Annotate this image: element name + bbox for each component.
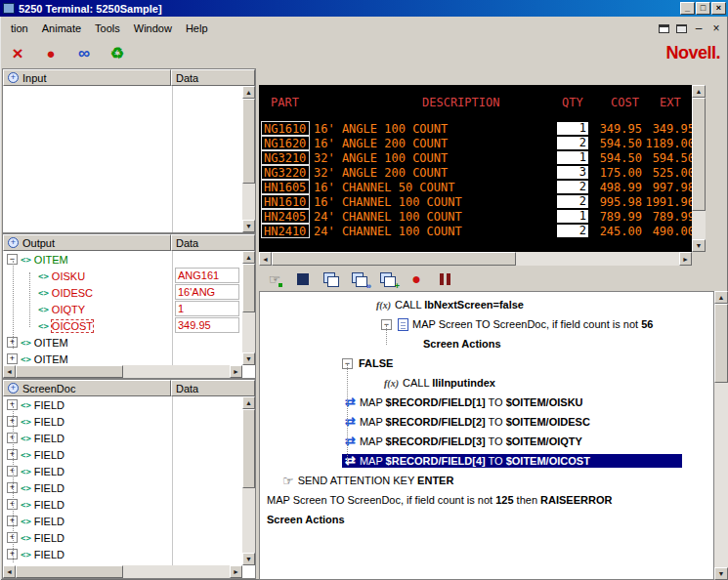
- screendoc-tree-row[interactable]: + <> FIELD: [3, 446, 255, 463]
- record-hand-icon[interactable]: ☞: [265, 270, 284, 288]
- output-tree-row[interactable]: +<> OITEM: [3, 351, 255, 365]
- terminal-part-field[interactable]: HN2405: [261, 209, 310, 224]
- minimize-button[interactable]: _: [680, 2, 695, 15]
- input-tree-area[interactable]: ▲ ▼: [3, 86, 255, 232]
- terminal-qty-field[interactable]: 1: [557, 151, 588, 164]
- record-icon[interactable]: ●: [41, 44, 61, 63]
- input-vertical-scrollbar[interactable]: ▲ ▼: [242, 86, 255, 232]
- scroll-up-button[interactable]: ▲: [242, 396, 255, 409]
- terminal-screen[interactable]: PART DESCRIPTION QTY COST EXT NG1610 16'…: [259, 85, 692, 252]
- scrollbar-thumb[interactable]: [16, 565, 123, 578]
- scroll-up-button[interactable]: ▲: [242, 251, 255, 264]
- scroll-right-button[interactable]: ►: [679, 252, 692, 266]
- action-row[interactable]: ⇄MAP $RECORD/FIELD[1] TO $OITEM/OISKU: [260, 393, 713, 412]
- record-icon[interactable]: ●: [407, 270, 426, 288]
- output-header-cell[interactable]: + Output: [3, 234, 171, 251]
- scroll-left-button[interactable]: ◄: [3, 565, 16, 578]
- screendoc-tree-row[interactable]: + <> FIELD: [3, 479, 255, 496]
- input-header-cell[interactable]: + Input: [3, 69, 171, 86]
- terminal-qty-field[interactable]: 1: [557, 210, 588, 223]
- screendoc-tree-row[interactable]: + <> FIELD: [3, 463, 255, 479]
- scrollbar-track[interactable]: [242, 409, 255, 553]
- step-over-icon[interactable]: »: [350, 270, 369, 288]
- screendoc-horizontal-scrollbar[interactable]: ◄ ►: [3, 565, 242, 578]
- action-row[interactable]: f(x)CALL lbNextScreen=false: [260, 295, 713, 314]
- scrollbar-thumb[interactable]: [16, 365, 123, 378]
- scroll-left-button[interactable]: ◄: [259, 252, 272, 266]
- output-tree-row[interactable]: +<> OITEM: [3, 334, 255, 351]
- scrollbar-track[interactable]: [714, 304, 728, 567]
- screendoc-tree-row[interactable]: + <> FIELD: [3, 529, 255, 546]
- output-data-header-cell[interactable]: Data: [171, 234, 255, 251]
- terminal-part-field[interactable]: NG3220: [261, 165, 310, 180]
- output-vertical-scrollbar[interactable]: ▲ ▼: [242, 251, 255, 365]
- terminal-part-field[interactable]: NG1620: [261, 136, 310, 150]
- scrollbar-track[interactable]: [272, 252, 679, 266]
- scroll-down-button[interactable]: ▼: [242, 220, 255, 232]
- scroll-down-button[interactable]: ▼: [242, 352, 255, 365]
- scroll-down-button[interactable]: ▼: [714, 567, 728, 580]
- terminal-part-field[interactable]: HN1605: [261, 180, 310, 194]
- terminal-part-field[interactable]: NG3210: [261, 150, 310, 165]
- action-row[interactable]: ⇄MAP $RECORD/FIELD[3] TO $OITEM/OIQTY: [260, 432, 713, 451]
- screendoc-tree-row[interactable]: + <> FIELD: [3, 513, 255, 529]
- screendoc-tree-row[interactable]: + <> FIELD: [3, 496, 255, 513]
- screendoc-data-header-cell[interactable]: Data: [171, 380, 255, 396]
- close-child-icon[interactable]: ×: [708, 21, 724, 36]
- tile-icon[interactable]: [656, 21, 671, 36]
- scrollbar-track[interactable]: [692, 98, 706, 239]
- terminal-qty-field[interactable]: 2: [557, 195, 588, 208]
- scroll-down-button[interactable]: ▼: [692, 239, 706, 252]
- scrollbar-track[interactable]: [16, 565, 230, 578]
- link-icon[interactable]: ∞: [74, 44, 94, 63]
- terminal-part-field[interactable]: NG1610: [261, 121, 310, 136]
- scrollbar-track[interactable]: [242, 99, 255, 220]
- close-button[interactable]: ×: [711, 2, 726, 15]
- refresh-icon[interactable]: ♻: [107, 44, 127, 63]
- action-row[interactable]: ☞SEND ATTENTION KEY ENTER: [260, 471, 713, 490]
- pause-icon[interactable]: [435, 270, 454, 288]
- terminal-horizontal-scrollbar[interactable]: ◄ ►: [259, 252, 692, 266]
- action-vertical-scrollbar[interactable]: ▲ ▼: [714, 291, 728, 580]
- stop-icon[interactable]: [293, 270, 313, 288]
- terminal-vertical-scrollbar[interactable]: ▲ ▼: [692, 85, 706, 252]
- screendoc-tree-row[interactable]: + <> FIELD: [3, 430, 255, 446]
- title-bar[interactable]: 5250 Terminal: 5250Sample] _□×: [0, 0, 728, 17]
- output-data-cell[interactable]: 1: [175, 301, 239, 316]
- scrollbar-thumb[interactable]: [242, 264, 255, 312]
- action-row[interactable]: Screen Actions: [260, 510, 713, 529]
- scroll-up-button[interactable]: ▲: [242, 86, 255, 99]
- scrollbar-thumb[interactable]: [242, 409, 255, 488]
- screendoc-tree-row[interactable]: + <> FIELD: [3, 546, 255, 562]
- terminal-qty-field[interactable]: 2: [557, 181, 588, 193]
- scroll-down-button[interactable]: ▼: [242, 553, 255, 565]
- output-tree-row[interactable]: −<> OITEM: [3, 251, 255, 268]
- scroll-left-button[interactable]: ◄: [3, 365, 16, 378]
- menu-tools[interactable]: Tools: [88, 21, 127, 36]
- action-row[interactable]: MAP Screen TO ScreenDoc, if field count …: [260, 490, 713, 510]
- scrollbar-thumb[interactable]: [714, 304, 728, 383]
- action-row[interactable]: −FALSE: [260, 353, 713, 373]
- terminal-part-field[interactable]: HN1610: [261, 194, 310, 209]
- scrollbar-thumb[interactable]: [692, 98, 706, 211]
- terminal-qty-field[interactable]: 2: [557, 137, 588, 149]
- screendoc-vertical-scrollbar[interactable]: ▲ ▼: [242, 396, 255, 565]
- terminal-qty-field[interactable]: 1: [557, 122, 588, 135]
- step-add-icon[interactable]: +: [378, 270, 398, 288]
- minimize-child-icon[interactable]: –: [691, 21, 707, 36]
- screendoc-tree-row[interactable]: + <> FIELD: [3, 413, 255, 430]
- menu-help[interactable]: Help: [179, 21, 215, 36]
- action-row[interactable]: ⇄MAP $RECORD/FIELD[2] TO $OITEM/OIDESC: [260, 412, 713, 432]
- scroll-right-button[interactable]: ►: [230, 565, 242, 578]
- scrollbar-thumb[interactable]: [272, 252, 516, 266]
- action-row[interactable]: −MAP Screen TO ScreenDoc, if field count…: [260, 314, 713, 334]
- maximize-button[interactable]: □: [696, 2, 710, 15]
- action-row[interactable]: Screen Actions: [260, 334, 713, 353]
- scrollbar-track[interactable]: [16, 365, 230, 378]
- output-data-cell[interactable]: ANG161: [175, 268, 239, 283]
- terminal-qty-field[interactable]: 2: [557, 225, 588, 237]
- screendoc-tree-row[interactable]: + <> FIELD: [3, 396, 255, 413]
- terminal-qty-field[interactable]: 3: [557, 166, 588, 179]
- menu-action[interactable]: tion: [4, 21, 35, 36]
- input-data-header-cell[interactable]: Data: [171, 69, 255, 86]
